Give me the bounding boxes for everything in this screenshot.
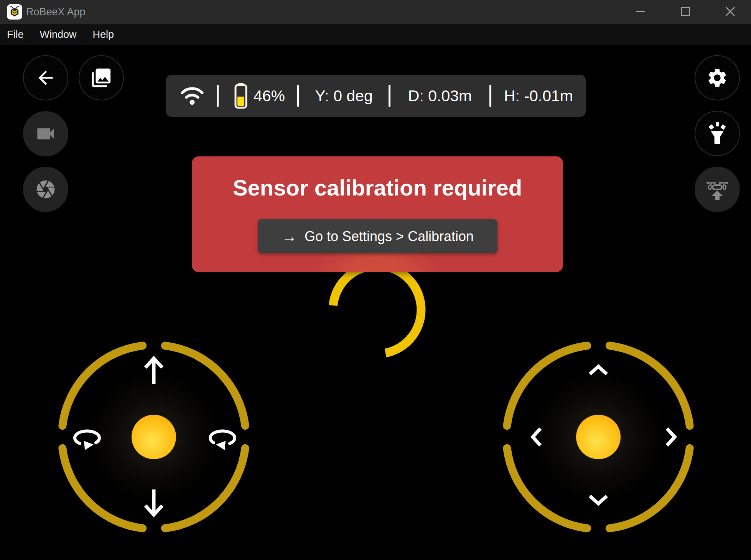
forward-arrow-icon: → (282, 229, 297, 244)
battery-icon (233, 83, 249, 109)
torch-icon (706, 121, 728, 146)
chevron-left-icon (530, 425, 543, 449)
rotate-cw-icon (204, 424, 240, 453)
menu-window[interactable]: Window (38, 28, 78, 41)
chevron-up-icon (586, 363, 611, 377)
settings-button[interactable] (695, 55, 740, 100)
alert-title: Sensor calibration required (192, 175, 563, 200)
right-joystick[interactable] (499, 337, 698, 537)
chevron-down-icon (586, 493, 611, 507)
maximize-icon (680, 6, 691, 17)
go-to-calibration-label: Go to Settings > Calibration (305, 228, 474, 245)
video-camera-icon (35, 123, 57, 145)
maximize-button[interactable] (674, 0, 697, 23)
gallery-button[interactable] (79, 55, 124, 100)
minimize-button[interactable] (629, 0, 652, 23)
window-title: RoBeeX App (26, 0, 86, 24)
battery-percent: 46% (254, 75, 303, 117)
loading-spinner (327, 260, 427, 360)
app-logo (7, 4, 22, 20)
main-content: 46% Y: 0 deg D: 0.03m H: -0.01m Sensor c… (0, 45, 751, 560)
camera-shutter-icon (35, 179, 56, 200)
left-joystick-knob[interactable] (132, 415, 176, 459)
bee-logo-icon (8, 5, 21, 18)
menu-file[interactable]: File (5, 28, 25, 41)
drone-takeoff-button[interactable] (695, 167, 740, 212)
height-value: H: -0.01m (491, 75, 586, 117)
drone-takeoff-icon (705, 178, 730, 201)
record-video-button[interactable] (23, 111, 68, 156)
yaw-value: Y: 0 deg (299, 75, 389, 117)
wifi-icon (180, 84, 204, 107)
menu-bar: File Window Help (0, 24, 751, 45)
photo-gallery-icon (90, 67, 112, 89)
left-joystick[interactable] (54, 337, 254, 537)
right-joystick-knob[interactable] (576, 415, 621, 459)
arrow-up-icon (142, 355, 165, 385)
close-button[interactable] (719, 0, 741, 23)
go-to-calibration-button[interactable]: → Go to Settings > Calibration (258, 219, 497, 253)
telemetry-status-bar: 46% Y: 0 deg D: 0.03m H: -0.01m (166, 75, 586, 117)
close-icon (725, 6, 736, 17)
rotate-ccw-icon (70, 424, 105, 453)
robeex-app-window: RoBeeX App File Window Help (0, 0, 751, 560)
distance-value: D: 0.03m (390, 75, 489, 117)
torch-button[interactable] (695, 111, 740, 156)
take-photo-button[interactable] (23, 167, 68, 212)
title-bar: RoBeeX App (0, 0, 751, 24)
minimize-icon (635, 6, 646, 17)
gear-icon (706, 67, 728, 89)
menu-help[interactable]: Help (91, 28, 116, 41)
divider (217, 85, 219, 107)
calibration-alert: Sensor calibration required → Go to Sett… (192, 156, 563, 272)
back-button[interactable] (23, 55, 68, 100)
back-arrow-icon (35, 67, 56, 89)
arrow-down-icon (142, 488, 165, 518)
chevron-right-icon (664, 425, 678, 449)
